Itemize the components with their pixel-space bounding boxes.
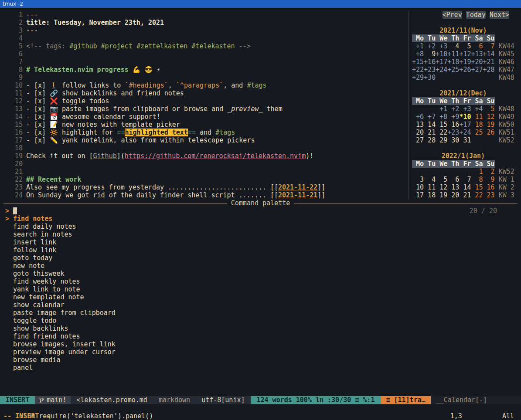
palette-item[interactable]: follow link [0,246,521,254]
editor-line[interactable]: 10- [x] 🚶 follow links to `#headings`, `… [3,81,408,89]
editor-line[interactable]: 15- [x] 📝 new notes with template picker [3,121,408,129]
palette-item[interactable]: preview image under cursor [0,348,521,356]
palette-item[interactable]: show backlinks [0,325,521,332]
calendar-day[interactable]: 1 2 [471,168,494,176]
week-number: KW46 [495,58,514,66]
calendar-day[interactable]: 25 26 [471,129,494,136]
editor-line[interactable]: 11- [x] 🔗 show backlinks and friend note… [3,89,408,97]
palette-item[interactable]: toggle todo [0,317,521,325]
calendar-day[interactable]: 17 18 19 20 21 [412,191,471,199]
calendar-day[interactable]: +1 +2 +3 [412,42,447,50]
item-indent [5,278,13,285]
editor-line[interactable]: 13- [x] 📷 paste images from clipboard or… [3,105,408,113]
palette-item[interactable]: find friend notes [0,332,521,340]
url-link[interactable]: https://github.com/renerocksai/telekaste… [125,152,306,160]
calendar-prev-button[interactable]: <Prev [443,11,462,19]
palette-item[interactable]: yank link to note [0,285,521,293]
editor-line[interactable]: 5<!-- tags: #github #project #zettelkast… [3,42,408,50]
editor-line[interactable]: 24On Sunday we got rid of the daily find… [3,191,408,199]
calendar-day[interactable]: 8 9 [471,176,494,183]
wiki-link[interactable]: 2021-11-22 [278,183,317,191]
palette-item[interactable]: goto thisweek [0,270,521,278]
editor-line[interactable]: 23Also see my progress from yesterday ..… [3,183,408,191]
calendar-day[interactable]: +23+24 [447,129,471,136]
editor-line[interactable]: 9 [3,74,408,81]
item-indent [5,293,13,301]
editor-line[interactable]: 18 [3,144,408,152]
calendar-day[interactable]: 11 12 [471,113,494,121]
calendar-day[interactable]: +17 [459,121,471,129]
palette-item[interactable]: find daily notes [0,223,521,230]
calendar-day[interactable] [412,105,436,113]
calendar-day[interactable]: 27 28 29 30 31 [412,136,495,144]
buffer-tabs[interactable]: ≡ [11]tra… [381,396,430,404]
palette-item[interactable]: insert link [0,238,521,246]
filetype: markdown [153,396,196,404]
calendar-day[interactable]: 3 4 5 6 7 [412,176,471,183]
editor-line[interactable]: 1--- [3,11,408,19]
emoji-icon: 📅 [50,113,62,121]
palette-item[interactable]: browse media [0,356,521,364]
week-number: KW 1 [495,176,514,183]
palette-item[interactable]: find weekly notes [0,278,521,285]
text-span: highlight for [62,129,117,136]
palette-item[interactable]: > find notes [0,215,521,223]
calendar-day[interactable] [412,168,471,176]
editor-line[interactable]: 20 [3,160,408,168]
calendar-day[interactable]: +6 +7 +8 +9 [412,113,459,121]
editor-line[interactable]: 14- [x] 📅 awesome calendar support! [3,113,408,121]
palette-item[interactable]: search in notes [0,230,521,238]
status-bar: INSERT main! <lekasten.promo.md markdown… [0,396,521,404]
editor-line[interactable]: 8# Telekasten.nvim progress 💪 😎 ⚡ [3,66,408,74]
calendar-day[interactable]: 20 21 22 [412,129,447,136]
editor-line[interactable]: 19Check it out on [Github](https://githu… [3,152,408,160]
editor-line[interactable]: 4 [3,34,408,42]
calendar-day[interactable]: +1 +2 +3 +4 [436,105,483,113]
calendar-day[interactable]: 10 11 12 13 14 [412,183,471,191]
calendar-day[interactable]: 6 7 [471,42,494,50]
calendar-day[interactable]: +22+23+24+25+26+27+28 [412,66,495,74]
calendar-day[interactable]: +15+16+17+18+19+20+21 [412,58,495,66]
calendar-day[interactable]: 4 5 [447,42,471,50]
calendar-day[interactable]: +8 [412,50,424,58]
emoji-icon: 📷 [50,105,62,113]
palette-item-label: new templated note [13,293,84,301]
calendar-day[interactable]: 22 23 [471,191,494,199]
editor-line[interactable]: 12- [x] ❌ toggle todos [3,97,408,105]
editor-line[interactable]: 2title: Tuesday, November 23th, 2021 [3,19,408,27]
palette-item-label: preview image under cursor [13,348,116,356]
calendar-day[interactable]: +29+30 [412,74,436,81]
editor-line[interactable]: 6 [3,50,408,58]
palette-item[interactable]: new note [0,262,521,270]
calendar-today-button[interactable]: Today [466,11,486,19]
calendar-day[interactable] [436,74,494,81]
calendar-next-button[interactable]: Next> [490,11,509,19]
calendar-day[interactable]: 9 [424,50,436,58]
palette-item[interactable]: show calendar [0,301,521,309]
editor-line[interactable]: 21 [3,168,408,176]
wiki-link[interactable]: 2021-11-21 [278,191,317,199]
calendar-day[interactable]: +10+11+12+13+14 [436,50,494,58]
editor-window[interactable]: 1---2title: Tuesday, November 23th, 2021… [0,11,408,199]
palette-item[interactable]: panel [0,364,521,372]
palette-item[interactable]: paste image from clipboard [0,309,521,317]
calendar-day[interactable]: 13 14 15 16 [412,121,459,129]
calendar-day[interactable]: 18 19 [471,121,494,129]
text-span: - [x] [26,105,50,113]
palette-item-label: find friend notes [13,332,80,340]
palette-item[interactable]: browse images, insert link [0,340,521,348]
calendar-day[interactable]: 5 [483,105,495,113]
calendar-window[interactable]: <Prev Today Next> 2021/11(Nov) Mo Tu We … [408,11,521,199]
editor-line[interactable]: 17- [x] ✏️ yank notelink, also from with… [3,136,408,144]
editor-line[interactable]: 22## Recent work [3,176,408,183]
palette-item[interactable]: new templated note [0,293,521,301]
link[interactable]: Github [93,152,117,160]
editor-line[interactable]: 3--- [3,27,408,34]
editor-line[interactable]: 7 [3,58,408,66]
calendar-day[interactable]: *10 [459,113,471,121]
command-line[interactable]: :lua require('telekasten').panel() [0,404,521,412]
palette-search-input[interactable]: > 20 / 20 [0,207,521,215]
editor-line[interactable]: 16- [x] 🔆 highlight for ==highlighted te… [3,129,408,136]
calendar-day[interactable]: 15 16 [471,183,494,191]
palette-item[interactable]: goto today [0,254,521,262]
